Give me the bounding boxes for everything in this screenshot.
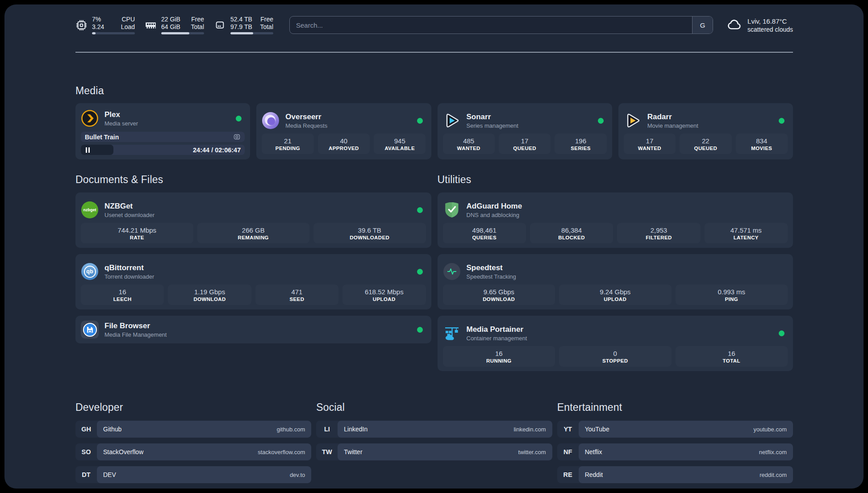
speedtest-icon [443, 263, 461, 280]
stat-upload: 618.52 MbpsUPLOAD [342, 284, 426, 305]
card-plex[interactable]: Plex Media server Bullet Train 24:44 / 0… [75, 103, 250, 159]
radarr-icon [624, 112, 642, 130]
disk-label-1: Free [260, 16, 273, 23]
bookmarks-developer: Developer GH Githubgithub.com SO StackOv… [75, 401, 311, 489]
search-input[interactable] [290, 17, 692, 33]
cloud-icon [726, 17, 743, 33]
stat-total: 16TOTAL [676, 346, 788, 367]
card-speedtest[interactable]: Speedtest Speedtest Tracking 9.65 GbpsDO… [438, 254, 793, 309]
section-title-developer: Developer [75, 401, 311, 414]
bookmark-dev[interactable]: DT DEVdev.to [75, 466, 311, 483]
qbittorrent-icon: qb [81, 263, 99, 280]
status-dot [779, 330, 785, 336]
search-engine-g[interactable]: G [692, 17, 713, 33]
status-dot [598, 118, 604, 124]
bookmark-url: dev.to [290, 472, 305, 478]
bookmarks-section: Developer GH Githubgithub.com SO StackOv… [75, 401, 793, 489]
overseerr-icon [262, 112, 280, 130]
stat-series: 196SERIES [555, 134, 606, 154]
app-desc: Media Requests [285, 122, 327, 129]
card-nzbget[interactable]: nzbget NZBGet Usenet downloader 744.21 M… [75, 192, 431, 248]
stat-running: 16RUNNING [443, 346, 555, 367]
app-name: File Browser [104, 322, 167, 330]
weather-location-temp: Lviv, 16.87°C [747, 17, 793, 25]
bookmark-abbr: RE [557, 466, 579, 483]
bookmark-abbr: DT [75, 466, 97, 483]
card-adguard[interactable]: AdGuard Home DNS and adblocking 498,461Q… [438, 192, 793, 248]
bookmark-url: netflix.com [759, 449, 787, 455]
bookmarks-social: Social LI LinkedInlinkedin.com TW Twitte… [316, 401, 552, 489]
stat-download: 1.19 GbpsDOWNLOAD [168, 284, 251, 305]
app-name: Speedtest [467, 263, 516, 272]
adguard-icon [443, 201, 461, 219]
bookmark-youtube[interactable]: YT YouTubeyoutube.com [557, 421, 793, 438]
bookmark-abbr: NF [557, 443, 579, 460]
app-desc: Torrent downloader [104, 273, 154, 280]
stat-queued: 17QUEUED [499, 134, 551, 154]
disk-free: 52.4 TB [230, 16, 252, 23]
disk-total: 97.9 TB [230, 23, 252, 31]
pause-icon[interactable] [86, 147, 90, 153]
card-overseerr[interactable]: Overseerr Media Requests 21PENDING 40APP… [256, 103, 431, 159]
card-sonarr[interactable]: Sonarr Series management 485WANTED 17QUE… [438, 103, 612, 159]
plex-icon [81, 109, 99, 127]
bookmark-stackoverflow[interactable]: SO StackOverflowstackoverflow.com [75, 443, 311, 460]
stat-downloaded: 39.6 TBDOWNLOADED [313, 223, 426, 243]
stat-filtered: 2,953FILTERED [617, 223, 700, 243]
ram-progress-bar [161, 32, 204, 34]
card-radarr[interactable]: Radarr Movie management 17WANTED 22QUEUE… [618, 103, 793, 159]
playback-time: 24:44 / 02:06:47 [193, 146, 241, 154]
bookmark-abbr: YT [557, 421, 579, 438]
bookmark-url: twitter.com [518, 449, 546, 455]
section-title-social: Social [316, 401, 552, 414]
stat-seed: 471SEED [255, 284, 338, 305]
search-bar: G [289, 16, 713, 34]
utilities-column: Utilities AdGuard Home DNS and adblockin… [438, 174, 793, 377]
cpu-load: 3.24 [92, 23, 104, 31]
bookmark-name: DEV [103, 471, 116, 478]
ram-label-2: Total [191, 23, 204, 31]
bookmark-netflix[interactable]: NF Netflixnetflix.com [557, 443, 793, 460]
stat-ping: 0.993 msPING [676, 284, 788, 305]
sonarr-icon [443, 112, 461, 130]
top-bar: 7%3.24 CPULoad 22 GiB64 GiB FreeTotal [75, 13, 793, 37]
section-title-media: Media [75, 85, 793, 97]
bookmark-reddit[interactable]: RE Redditreddit.com [557, 466, 793, 483]
ram-stat: 22 GiB64 GiB FreeTotal [145, 16, 204, 34]
app-desc: Media server [104, 120, 138, 127]
stat-download: 9.65 GbpsDOWNLOAD [443, 284, 555, 305]
stat-rate: 744.21 MbpsRATE [81, 223, 193, 243]
dashboard-page: 7%3.24 CPULoad 22 GiB64 GiB FreeTotal [4, 4, 864, 489]
app-desc: Container management [467, 335, 527, 342]
card-filebrowser[interactable]: File Browser Media File Management [75, 316, 431, 343]
app-name: Radarr [647, 113, 698, 121]
disk-label-2: Total [260, 23, 273, 31]
card-portainer[interactable]: Media Portainer Container management 16R… [438, 316, 793, 371]
stat-movies: 834MOVIES [736, 134, 788, 154]
playback-progress-bar: 24:44 / 02:06:47 [81, 145, 245, 155]
app-desc: Speedtest Tracking [467, 273, 516, 280]
media-grid: Plex Media server Bullet Train 24:44 / 0… [75, 103, 793, 159]
app-name: NZBGet [104, 202, 154, 211]
stat-leech: 16LEECH [81, 284, 164, 305]
disk-icon [214, 19, 226, 31]
app-name: qBittorrent [104, 263, 154, 272]
bookmark-name: Reddit [585, 471, 603, 478]
disk-stat: 52.4 TB97.9 TB FreeTotal [214, 16, 273, 34]
disk-progress-bar [230, 32, 273, 34]
cpu-label-1: CPU [121, 16, 135, 23]
status-dot [417, 269, 423, 275]
weather-widget: Lviv, 16.87°C scattered clouds [726, 17, 793, 33]
cpu-label-2: Load [121, 23, 135, 31]
documents-column: Documents & Files nzbget NZBGet Usenet d… [75, 174, 431, 377]
stat-upload: 9.24 GbpsUPLOAD [559, 284, 672, 305]
ram-icon [145, 19, 157, 31]
stat-available: 945AVAILABLE [374, 134, 426, 154]
status-dot [779, 118, 785, 124]
bookmark-github[interactable]: GH Githubgithub.com [75, 421, 311, 438]
app-name: Sonarr [467, 113, 518, 121]
card-qbittorrent[interactable]: qb qBittorrent Torrent downloader 16LEEC… [75, 254, 431, 309]
bookmark-twitter[interactable]: TW Twittertwitter.com [316, 443, 552, 460]
bookmark-linkedin[interactable]: LI LinkedInlinkedin.com [316, 421, 552, 438]
system-stats: 7%3.24 CPULoad 22 GiB64 GiB FreeTotal [75, 16, 273, 34]
